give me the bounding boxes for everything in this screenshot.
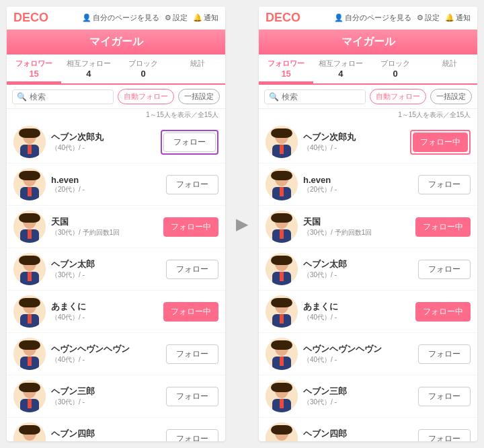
right-tab-block-label: ブロック bbox=[380, 59, 410, 67]
right-following-button-2[interactable]: フォロー中 bbox=[415, 217, 471, 237]
left-panel: DECO 👤 自分のページを見る ⚙ 設定 🔔 通知 マイガール bbox=[7, 7, 225, 441]
right-user-meta-7: （20代）/ - bbox=[303, 440, 413, 441]
left-user-name-5: ヘヴンヘヴンヘヴン bbox=[51, 343, 161, 355]
right-search-icon: 🔍 bbox=[269, 92, 279, 102]
svg-rect-34 bbox=[28, 399, 32, 408]
right-user-name-2: 天国 bbox=[303, 216, 410, 228]
right-user-info-2: 天国 （30代）/ 予約回数1回 bbox=[303, 216, 410, 237]
left-bulk-settings-button[interactable]: 一括設定 bbox=[178, 89, 220, 104]
left-avatar-4 bbox=[13, 295, 46, 328]
left-user-name-0: ヘブン次郎丸 bbox=[51, 131, 155, 143]
svg-rect-54 bbox=[280, 229, 284, 239]
right-user-name-7: ヘブン四郎 bbox=[303, 428, 413, 440]
right-user-info-0: ヘブン次郎丸 （40代）/ - bbox=[303, 131, 405, 153]
left-user-info-6: ヘブン三郎 （30代）/ - bbox=[51, 385, 161, 407]
right-notification-link[interactable]: 🔔 通知 bbox=[445, 13, 471, 23]
right-follow-button-1[interactable]: フォロー bbox=[418, 175, 471, 194]
left-user-item: あまくに （40代）/ - フォロー中 bbox=[7, 291, 225, 333]
right-panel: DECO 👤 自分のページを見る ⚙ 設定 🔔 通知 マイガール bbox=[259, 7, 477, 441]
left-search-input[interactable] bbox=[30, 92, 109, 102]
svg-rect-7 bbox=[19, 171, 40, 180]
svg-rect-42 bbox=[271, 128, 292, 138]
right-auto-follow-button[interactable]: 自動フォロー bbox=[370, 89, 426, 104]
left-user-info-0: ヘブン次郎丸 （40代）/ - bbox=[51, 131, 155, 153]
left-avatar-5 bbox=[13, 338, 46, 370]
settings-link[interactable]: ⚙ 設定 bbox=[165, 13, 188, 23]
left-user-meta-1: （20代）/ - bbox=[51, 185, 161, 194]
right-user-item: ヘブン太郎 （30代）/ - フォロー bbox=[259, 248, 477, 291]
notification-link[interactable]: 🔔 通知 bbox=[193, 13, 218, 23]
left-user-name-6: ヘブン三郎 bbox=[51, 385, 161, 398]
tab-mutual[interactable]: 相互フォロー 4 bbox=[61, 54, 116, 83]
svg-rect-2 bbox=[19, 128, 40, 138]
left-following-button-2[interactable]: フォロー中 bbox=[163, 217, 218, 237]
tab-mutual-count: 4 bbox=[63, 69, 114, 79]
person-icon: 👤 bbox=[82, 13, 91, 22]
right-bulk-settings-button[interactable]: 一括設定 bbox=[430, 89, 472, 104]
right-follow-button-5[interactable]: フォロー bbox=[418, 344, 471, 364]
svg-rect-59 bbox=[280, 272, 284, 281]
right-tab-stats[interactable]: 統計 bbox=[423, 54, 477, 83]
tab-stats-label: 統計 bbox=[190, 59, 205, 67]
svg-rect-22 bbox=[19, 298, 40, 307]
right-page-title: マイガール bbox=[259, 30, 477, 54]
left-avatar-1 bbox=[13, 168, 46, 200]
svg-rect-12 bbox=[19, 213, 40, 223]
tab-stats[interactable]: 統計 bbox=[171, 54, 225, 83]
right-user-meta-1: （20代）/ - bbox=[303, 185, 413, 194]
left-user-name-7: ヘブン四郎 bbox=[51, 428, 161, 440]
right-user-meta-5: （40代）/ - bbox=[303, 355, 413, 365]
right-following-button-4[interactable]: フォロー中 bbox=[415, 302, 471, 322]
svg-rect-17 bbox=[19, 256, 40, 265]
right-bell-icon: 🔔 bbox=[445, 13, 454, 22]
left-follow-button-0[interactable]: フォロー bbox=[163, 133, 216, 152]
svg-rect-52 bbox=[271, 213, 292, 223]
svg-rect-72 bbox=[271, 383, 292, 392]
tab-followers[interactable]: フォロワー 15 bbox=[7, 54, 61, 83]
left-follow-button-5[interactable]: フォロー bbox=[166, 344, 218, 364]
right-settings-link[interactable]: ⚙ 設定 bbox=[417, 13, 440, 23]
svg-rect-29 bbox=[28, 357, 32, 366]
tab-mutual-label: 相互フォロー bbox=[67, 59, 111, 67]
right-tab-followers-label: フォロワー bbox=[268, 59, 305, 67]
right-user-item: あまくに （40代）/ - フォロー中 bbox=[259, 291, 477, 333]
left-user-info-2: 天国 （30代）/ 予約回数1回 bbox=[51, 216, 158, 237]
right-follow-button-3[interactable]: フォロー bbox=[418, 260, 471, 279]
right-user-name-4: あまくに bbox=[303, 301, 410, 313]
left-auto-follow-button[interactable]: 自動フォロー bbox=[118, 89, 174, 104]
left-follow-button-1[interactable]: フォロー bbox=[166, 175, 218, 194]
left-user-item: ヘブン次郎丸 （40代）/ - フォロー bbox=[7, 121, 225, 163]
view-my-page-link[interactable]: 👤 自分のページを見る bbox=[82, 13, 159, 23]
svg-rect-67 bbox=[271, 340, 292, 350]
left-follow-button-7[interactable]: フォロー bbox=[166, 429, 218, 442]
left-user-list: ヘブン次郎丸 （40代）/ - フォロー bbox=[7, 121, 225, 441]
right-search-input[interactable] bbox=[282, 92, 361, 102]
left-user-info-1: h.even （20代）/ - bbox=[51, 175, 161, 194]
right-follow-button-7[interactable]: フォロー bbox=[418, 429, 471, 442]
right-follow-button-6[interactable]: フォロー bbox=[418, 387, 471, 406]
svg-rect-64 bbox=[280, 314, 284, 324]
left-user-meta-4: （40代）/ - bbox=[51, 313, 158, 322]
left-user-meta-7: （20代）/ - bbox=[51, 440, 161, 441]
right-logo: DECO bbox=[266, 11, 300, 25]
tab-block[interactable]: ブロック 0 bbox=[116, 54, 171, 83]
right-avatar-6 bbox=[266, 380, 298, 412]
right-header-icons: 👤 自分のページを見る ⚙ 設定 🔔 通知 bbox=[334, 13, 471, 23]
right-user-item: ヘブン三郎 （30代）/ - フォロー bbox=[259, 375, 477, 418]
right-user-item: 天国 （30代）/ 予約回数1回 フォロー中 bbox=[259, 206, 477, 248]
left-header: DECO 👤 自分のページを見る ⚙ 設定 🔔 通知 bbox=[7, 7, 225, 30]
svg-rect-37 bbox=[19, 425, 40, 435]
svg-rect-4 bbox=[28, 145, 32, 154]
right-tab-mutual[interactable]: 相互フォロー 4 bbox=[313, 54, 368, 83]
right-tab-followers[interactable]: フォロワー 15 bbox=[259, 54, 313, 83]
right-following-button-0[interactable]: フォロー中 bbox=[413, 133, 468, 152]
right-tab-block[interactable]: ブロック 0 bbox=[368, 54, 423, 83]
left-search-icon: 🔍 bbox=[17, 92, 27, 102]
bell-icon: 🔔 bbox=[193, 13, 202, 22]
left-follow-button-3[interactable]: フォロー bbox=[166, 260, 218, 279]
left-follow-button-6[interactable]: フォロー bbox=[166, 387, 218, 406]
svg-rect-77 bbox=[271, 425, 292, 435]
left-following-button-4[interactable]: フォロー中 bbox=[163, 302, 218, 322]
right-view-my-page-link[interactable]: 👤 自分のページを見る bbox=[334, 13, 411, 23]
svg-rect-57 bbox=[271, 256, 292, 265]
